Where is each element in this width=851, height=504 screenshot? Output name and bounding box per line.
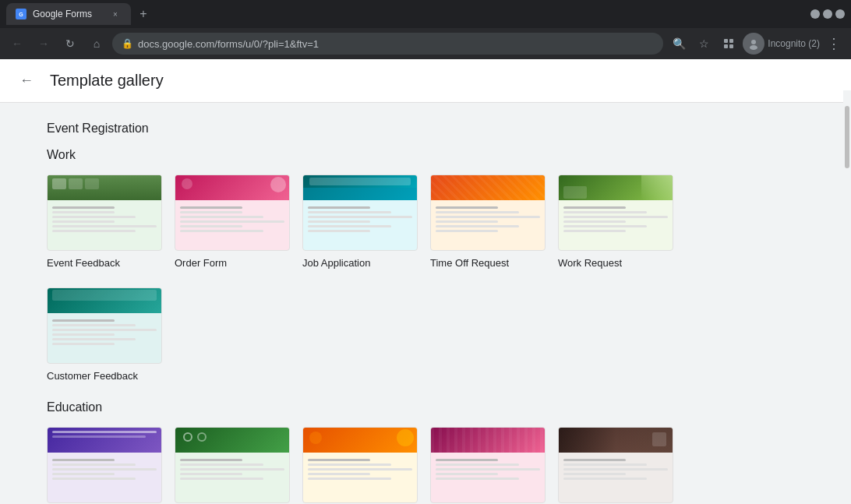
template-card-customer-feedback[interactable]: Customer Feedback <box>47 287 162 382</box>
maximize-button[interactable] <box>823 9 832 19</box>
extensions-button[interactable] <box>718 33 740 55</box>
template-name-time-off-request: Time Off Request <box>430 257 546 269</box>
template-card-worksheet[interactable]: Worksheet <box>430 427 546 504</box>
svg-rect-4 <box>724 44 728 48</box>
window-controls <box>810 9 845 19</box>
svg-point-7 <box>750 45 757 50</box>
work-templates-grid: Event Feedback Order Form <box>47 174 804 269</box>
template-name-job-application: Job Application <box>302 257 418 269</box>
template-card-exit-ticket[interactable]: Exit Ticket <box>175 427 290 504</box>
work-second-row-grid: Customer Feedback <box>47 287 804 382</box>
template-name-work-request: Work Request <box>558 257 673 269</box>
browser-chrome: G Google Forms × + <box>0 0 851 28</box>
template-name-customer-feedback: Customer Feedback <box>47 370 162 382</box>
section-title-work: Work <box>47 148 804 162</box>
svg-point-6 <box>751 40 756 44</box>
browser-menu-button[interactable]: ⋮ <box>823 33 845 55</box>
tab-favicon: G <box>16 9 26 19</box>
template-name-order-form: Order Form <box>175 257 290 269</box>
back-button[interactable]: ← <box>12 67 41 95</box>
back-nav-button[interactable]: ← <box>6 33 28 55</box>
url-text: docs.google.com/forms/u/0/?pli=1&ftv=1 <box>138 38 319 50</box>
template-card-work-request[interactable]: Work Request <box>558 174 673 269</box>
svg-rect-2 <box>724 39 728 43</box>
tab-close-button[interactable]: × <box>109 8 122 20</box>
minimize-button[interactable] <box>810 9 820 19</box>
bookmark-button[interactable]: ☆ <box>693 33 715 55</box>
active-tab[interactable]: G Google Forms × <box>6 3 131 25</box>
page-title: Template gallery <box>50 72 164 90</box>
scrollbar-thumb[interactable] <box>845 106 849 168</box>
svg-rect-3 <box>729 39 733 43</box>
education-templates-grid: Blank Quiz Exit Ticket <box>47 427 804 504</box>
template-card-order-form[interactable]: Order Form <box>175 174 290 269</box>
svg-rect-5 <box>729 44 733 48</box>
template-name-event-feedback: Event Feedback <box>47 257 162 269</box>
scrollbar[interactable] <box>843 90 851 504</box>
main-content: Event Registration Work <box>0 103 851 504</box>
reload-button[interactable]: ↻ <box>59 33 81 55</box>
section-title-event-registration: Event Registration <box>47 122 804 136</box>
template-card-time-off-request[interactable]: Time Off Request <box>430 174 546 269</box>
template-card-job-application[interactable]: Job Application <box>302 174 418 269</box>
template-card-event-feedback[interactable]: Event Feedback <box>47 174 162 269</box>
toolbar-actions: 🔍 ☆ Incognito (2) ⋮ <box>668 33 845 55</box>
template-card-assessment[interactable]: Assessment <box>302 427 418 504</box>
tab-title: Google Forms <box>33 9 92 19</box>
new-tab-button[interactable]: + <box>134 5 153 23</box>
app-header: ← Template gallery <box>0 59 851 103</box>
secure-icon: 🔒 <box>122 38 133 49</box>
tab-bar: G Google Forms × + <box>6 3 804 25</box>
section-title-education: Education <box>47 400 804 414</box>
home-button[interactable]: ⌂ <box>86 33 108 55</box>
template-card-blank-quiz[interactable]: Blank Quiz <box>47 427 162 504</box>
forward-nav-button[interactable]: → <box>33 33 55 55</box>
search-toolbar-button[interactable]: 🔍 <box>668 33 690 55</box>
incognito-label: Incognito (2) <box>768 38 820 49</box>
address-bar[interactable]: 🔒 docs.google.com/forms/u/0/?pli=1&ftv=1 <box>112 33 663 55</box>
profile-button[interactable] <box>743 33 764 55</box>
svg-text:G: G <box>19 12 23 17</box>
template-card-course-evaluation[interactable]: Course Evaluation <box>558 427 673 504</box>
close-window-button[interactable] <box>835 9 845 19</box>
browser-toolbar: ← → ↻ ⌂ 🔒 docs.google.com/forms/u/0/?pli… <box>0 28 851 59</box>
